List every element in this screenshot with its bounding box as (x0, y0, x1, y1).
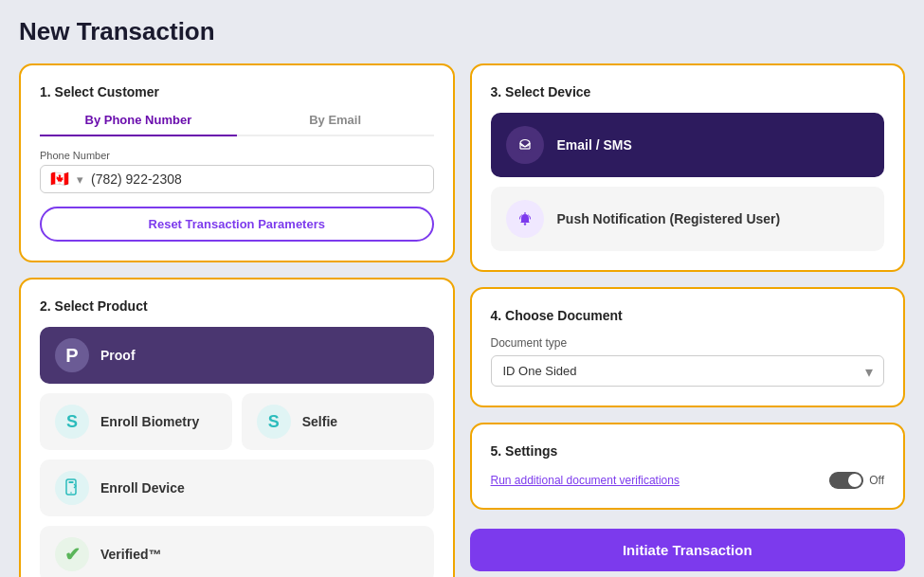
product-name-proof: Proof (100, 348, 136, 363)
section-select-product: 2. Select Product P Proof S Enroll Biome… (19, 278, 455, 577)
proof-icon: P (55, 338, 89, 372)
product-row-biometry-selfie: S Enroll Biometry S Selfie (40, 393, 434, 450)
phone-input-wrapper: 🇨🇦 ▾ (40, 165, 434, 193)
customer-tabs: By Phone Number By Email (40, 113, 434, 136)
product-name-verified: Verified™ (100, 547, 162, 562)
section-select-customer: 1. Select Customer By Phone Number By Em… (19, 63, 455, 262)
settings-row: Run additional document verifications Of… (491, 472, 885, 489)
section-select-device: 3. Select Device Email / SMS (470, 63, 906, 272)
section5-title: 5. Settings (491, 443, 885, 459)
initiate-transaction-button[interactable]: Initiate Transaction (470, 529, 906, 571)
doc-type-select[interactable]: ID One Sided Passport Driver License (491, 355, 885, 387)
phone-input[interactable] (91, 171, 424, 187)
push-notification-icon (506, 200, 544, 238)
canada-flag-icon: 🇨🇦 (50, 171, 69, 187)
phone-separator: ▾ (77, 172, 83, 187)
section2-title: 2. Select Product (40, 298, 434, 314)
product-name-enroll-biometry: Enroll Biometry (100, 414, 199, 429)
doc-type-select-wrapper: ID One Sided Passport Driver License ▾ (491, 355, 885, 387)
email-sms-icon (506, 126, 544, 164)
page-title: New Transaction (19, 17, 905, 46)
product-name-enroll-device: Enroll Device (100, 480, 185, 496)
product-item-enroll-device[interactable]: Enroll Device (40, 460, 434, 516)
enroll-device-icon (55, 471, 89, 505)
product-item-verified[interactable]: ✔ Verified™ (40, 526, 434, 577)
product-item-selfie[interactable]: S Selfie (242, 393, 434, 450)
product-item-enroll-biometry[interactable]: S Enroll Biometry (40, 393, 232, 450)
device-item-email-sms[interactable]: Email / SMS (491, 113, 885, 177)
svg-point-9 (523, 223, 525, 225)
selfie-icon: S (257, 405, 291, 439)
product-name-selfie: Selfie (302, 414, 337, 429)
verified-icon: ✔ (55, 537, 89, 571)
product-item-proof[interactable]: P Proof (40, 327, 434, 384)
section4-title: 4. Choose Document (491, 308, 885, 323)
toggle-wrapper: Off (829, 472, 884, 489)
device-item-push-notification[interactable]: Push Notification (Registered User) (491, 187, 885, 251)
enroll-biometry-icon: S (55, 405, 89, 439)
device-name-push-notification: Push Notification (Registered User) (557, 211, 781, 226)
additional-verifications-toggle[interactable] (829, 472, 863, 489)
section3-title: 3. Select Device (491, 84, 885, 99)
svg-point-3 (516, 136, 534, 153)
doc-type-label: Document type (491, 336, 885, 350)
svg-point-2 (70, 492, 72, 494)
tab-by-phone[interactable]: By Phone Number (40, 113, 237, 136)
settings-label[interactable]: Run additional document verifications (491, 474, 679, 487)
svg-rect-1 (69, 481, 74, 483)
reset-transaction-button[interactable]: Reset Transaction Parameters (40, 207, 434, 242)
toggle-off-label: Off (869, 474, 884, 487)
section-settings: 5. Settings Run additional document veri… (470, 423, 906, 510)
device-name-email-sms: Email / SMS (557, 137, 632, 153)
phone-label: Phone Number (40, 150, 434, 161)
section-choose-document: 4. Choose Document Document type ID One … (470, 287, 906, 407)
tab-by-email[interactable]: By Email (237, 113, 434, 136)
section1-title: 1. Select Customer (40, 84, 434, 99)
product-list: P Proof S Enroll Biometry S Selfie (40, 327, 434, 577)
device-list: Email / SMS Push Notification (Reg (491, 113, 885, 251)
